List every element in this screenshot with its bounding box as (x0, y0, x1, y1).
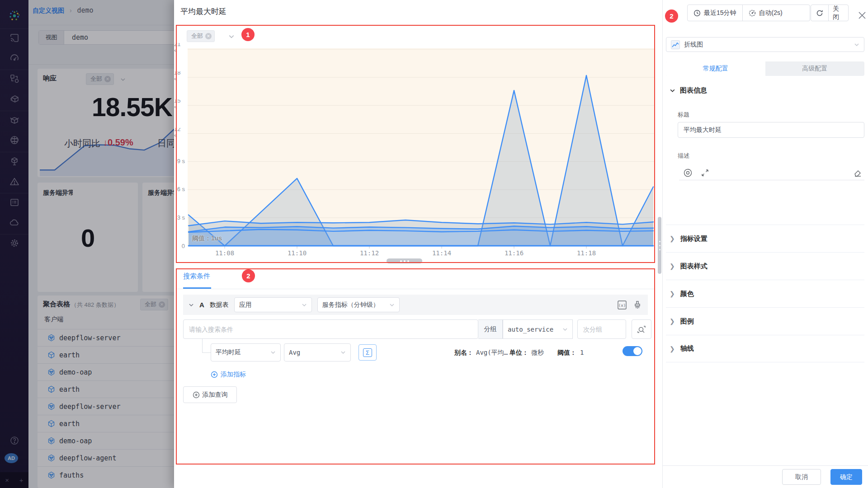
refresh-button[interactable] (811, 5, 828, 21)
y-axis-tick: 0 (174, 241, 185, 250)
datasource-select[interactable]: 应用 (234, 297, 312, 312)
chevron-down-icon[interactable] (228, 33, 235, 40)
modal-footer: 取消 确定 (663, 465, 868, 488)
tab-search-conditions[interactable]: 搜索条件 (183, 272, 210, 281)
tree-connector (202, 352, 211, 353)
group-label: 分组 (478, 319, 503, 339)
section-metric-settings[interactable]: ❯指标设置 (666, 225, 864, 252)
y-axis-tick: 21 s (174, 43, 185, 52)
chart-filter-tag[interactable]: 全部✕ (187, 30, 215, 42)
chevron-down-icon (389, 302, 395, 308)
chevron-down-icon (854, 42, 859, 47)
y-axis-tick: 6 s (174, 184, 185, 193)
x-axis-tick: 11:18 (568, 249, 604, 257)
metric-threshold-label: 阈值： (557, 349, 576, 357)
title-field-label: 标题 (678, 111, 689, 119)
preview-search-button[interactable] (632, 319, 651, 339)
alias-value: Avg(平均… (476, 349, 508, 357)
unit-value: 微秒 (531, 349, 544, 357)
query-letter: A (199, 301, 204, 309)
chevron-right-icon: ❯ (670, 290, 675, 297)
annotation-badge-2: 2 (665, 9, 678, 23)
description-underline (679, 180, 864, 180)
search-condition-input[interactable] (183, 319, 478, 339)
collapse-chevron-icon[interactable] (189, 302, 194, 308)
chevron-down-icon (562, 327, 568, 332)
tab-advanced-config[interactable]: 高级配置 (765, 61, 865, 76)
description-field-label: 描述 (678, 152, 689, 160)
metric-select[interactable]: 平均时延 (211, 343, 281, 361)
y-axis-tick: 9 s (174, 156, 185, 165)
chevron-down-icon (340, 350, 346, 355)
line-chart-icon (671, 40, 680, 49)
table-select[interactable]: 服务指标（分钟级） (317, 297, 400, 312)
section-chart-style[interactable]: ❯图表样式 (666, 252, 864, 280)
datasource-label: 数据表 (210, 301, 229, 309)
y-axis-tick: 3 s (174, 213, 185, 222)
scrollbar-handle[interactable] (658, 217, 661, 274)
plus-circle-icon (193, 391, 200, 399)
eraser-icon[interactable] (853, 168, 863, 178)
config-tabs: 常规配置 高级配置 (666, 61, 864, 76)
sigma-function-button[interactable]: Σ (359, 344, 377, 361)
function-fx-icon[interactable]: (x) (617, 300, 627, 310)
panel-divider (662, 0, 663, 488)
close-icon[interactable] (858, 11, 866, 19)
datasource-bar: A 数据表 应用 服务指标（分钟级） (x) (183, 295, 648, 315)
refresh-icon (816, 9, 823, 17)
chart-title-input[interactable] (678, 122, 864, 138)
resize-handle[interactable] (387, 258, 422, 263)
chart-type-select[interactable]: 折线图 (666, 37, 864, 52)
x-axis-tick: 11:16 (496, 249, 532, 257)
timer-icon (749, 9, 756, 17)
section-axis[interactable]: ❯轴线 (666, 335, 864, 362)
time-range-button[interactable]: 最近15分钟 (688, 5, 742, 21)
add-metric-link[interactable]: 添加指标 (211, 371, 246, 379)
confirm-button[interactable]: 确定 (830, 469, 862, 485)
tag-remove-icon[interactable]: ✕ (205, 33, 212, 39)
chevron-right-icon: ❯ (670, 235, 675, 242)
metric-threshold-value: 1 (580, 349, 584, 356)
y-axis-tick: 18 s (174, 71, 185, 80)
time-controls: 最近15分钟 自动(2s) (687, 5, 810, 21)
chart-info-section-header[interactable]: 图表信息 (670, 86, 707, 95)
y-axis-tick: 12 s (174, 128, 185, 137)
fullscreen-icon[interactable] (700, 168, 710, 178)
sigma-icon: Σ (363, 348, 372, 357)
x-axis-tick: 11:10 (279, 249, 315, 257)
aggregation-select[interactable]: Avg (284, 343, 351, 361)
metric-enabled-toggle[interactable] (623, 346, 642, 356)
modal-backdrop (0, 0, 174, 488)
y-axis-tick: 15 s (174, 99, 185, 108)
x-axis-tick: 11:08 (207, 249, 243, 257)
group-select[interactable]: auto_service (503, 319, 573, 339)
section-legend[interactable]: ❯图例 (666, 307, 864, 335)
chevron-down-icon (302, 302, 307, 308)
chevron-right-icon: ❯ (670, 345, 675, 352)
auto-refresh-button[interactable]: 自动(2s) (742, 5, 788, 21)
brush-icon[interactable] (632, 300, 642, 310)
tab-general-config[interactable]: 常规配置 (666, 61, 765, 76)
x-axis-tick: 11:12 (351, 249, 387, 257)
subgroup-input[interactable] (577, 319, 626, 339)
clock-icon (693, 9, 701, 17)
unit-label: 单位： (509, 349, 528, 357)
close-panel-button[interactable]: 关闭 (828, 5, 848, 21)
preview-eye-icon[interactable] (683, 168, 693, 178)
chart-editor-modal: 平均最大时延 2 最近15分钟 自动(2s) 关闭 全部✕ 1 21 (174, 0, 868, 488)
cancel-button[interactable]: 取消 (782, 469, 821, 485)
magnifier-icon (637, 325, 646, 334)
x-axis-tick: 11:14 (424, 249, 460, 257)
annotation-badge-2-search: 2 (242, 269, 255, 282)
add-query-button[interactable]: 添加查询 (183, 386, 237, 403)
section-color[interactable]: ❯颜色 (666, 280, 864, 307)
chevron-down-icon (670, 88, 675, 94)
chart-plot[interactable] (188, 48, 654, 250)
chevron-right-icon: ❯ (670, 318, 675, 325)
alias-label: 别名： (454, 349, 473, 357)
modal-title: 平均最大时延 (180, 6, 226, 17)
refresh-close-controls: 关闭 (811, 5, 849, 21)
chevron-down-icon (270, 350, 276, 355)
annotation-badge-1: 1 (241, 28, 255, 41)
threshold-label: 阈值：1us (192, 235, 222, 243)
